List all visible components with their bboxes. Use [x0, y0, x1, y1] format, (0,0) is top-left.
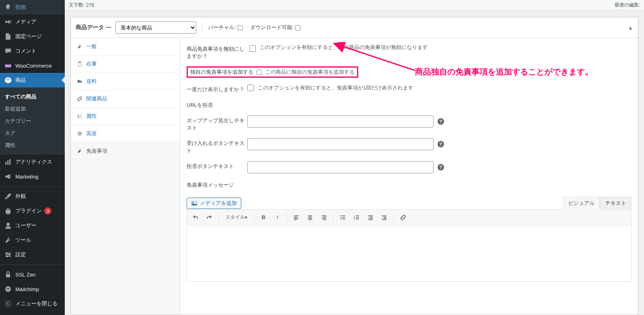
svg-rect-19 [79, 62, 81, 63]
panel-toggle[interactable]: ▲ [628, 25, 633, 31]
menu-analytics[interactable]: アナリティクス [0, 155, 65, 169]
italic-button[interactable]: I [271, 211, 283, 223]
menu-sslzen[interactable]: SSL Zen [0, 267, 65, 282]
menu-label: アナリティクス [15, 158, 52, 166]
menu-mailchimp[interactable]: Mailchimp [0, 282, 65, 296]
menu-users[interactable]: ユーザー [0, 218, 65, 233]
style-dropdown[interactable]: スタイル ▾ [222, 211, 251, 223]
numbered-list-button[interactable]: 123 [351, 211, 363, 223]
svg-rect-53 [356, 217, 359, 218]
menu-marketing[interactable]: Marketing [0, 169, 65, 184]
product-icon [4, 76, 12, 84]
menu-label: メニューを閉じる [15, 300, 57, 307]
wrench-icon [4, 236, 12, 244]
menu-appearance[interactable]: 外観 [0, 189, 65, 204]
add-own-disclaimer-checkbox[interactable] [257, 70, 262, 75]
list-icon [77, 113, 83, 119]
bullet-list-button[interactable] [337, 211, 349, 223]
panel-title: 商品データ — [76, 24, 111, 31]
popup-heading-input[interactable] [247, 115, 434, 128]
indent-button[interactable] [378, 211, 390, 223]
menu-settings[interactable]: 設定 [0, 247, 65, 262]
menu-pages[interactable]: 固定ページ [0, 29, 65, 44]
svg-rect-18 [78, 62, 81, 66]
submenu-all-products[interactable]: すべての商品 [0, 91, 65, 103]
bold-button[interactable]: B [257, 211, 270, 223]
svg-rect-43 [323, 219, 326, 220]
editor-tab-text[interactable]: テキスト [600, 197, 631, 210]
tab-disclaimer[interactable]: 免責事項 [71, 143, 180, 160]
help-icon[interactable]: ? [438, 164, 444, 170]
menu-comments[interactable]: コメント [0, 44, 65, 58]
tab-inventory[interactable]: 在庫 [71, 55, 180, 73]
submenu-tags[interactable]: タグ [0, 127, 65, 139]
outdent-button[interactable] [364, 211, 376, 223]
reject-button-input[interactable] [247, 161, 434, 173]
menu-media[interactable]: メディア [0, 15, 65, 29]
disable-disclaimer-checkbox[interactable] [249, 45, 256, 52]
downloadable-checkbox[interactable] [295, 25, 300, 30]
align-left-button[interactable] [290, 211, 302, 223]
submenu-add-new[interactable]: 新規追加 [0, 103, 65, 115]
product-data-panel: 商品データ — 基本的な商品 バーチャル: ダウンロード可能: ▲ [70, 17, 638, 315]
add-own-desc: この商品に独自の免責事項を追加する [265, 68, 355, 76]
accept-button-label: 受け入れるボタンテキスト [187, 138, 247, 154]
megaphone-icon [4, 172, 12, 181]
menu-woocommerce[interactable]: woo WooCommerce [0, 58, 65, 73]
tab-shipping[interactable]: 送料 [71, 73, 180, 90]
menu-tools[interactable]: ツール [0, 233, 65, 247]
align-center-button[interactable] [304, 211, 316, 223]
virtual-checkbox[interactable] [238, 25, 243, 30]
editor-textarea[interactable] [187, 225, 631, 282]
link-button[interactable] [397, 211, 409, 223]
tab-general[interactable]: 一般 [71, 38, 180, 55]
help-icon[interactable]: ? [438, 141, 444, 147]
lock-icon [4, 270, 12, 279]
disable-disclaimer-desc: このオプションを有効にすると、この商品の免責事項が無効になります [259, 44, 428, 51]
virtual-label-text: バーチャル: [208, 24, 236, 31]
menu-posts[interactable]: 投稿 [0, 0, 65, 15]
svg-rect-41 [323, 217, 326, 217]
svg-rect-40 [321, 215, 326, 216]
help-icon[interactable]: ? [438, 118, 444, 125]
add-own-label: 独自の免責事項を追加する [190, 68, 253, 76]
svg-rect-56 [368, 215, 372, 216]
undo-button[interactable] [189, 211, 202, 223]
menu-collapse[interactable]: メニューを閉じる [0, 296, 65, 311]
menu-label: コメント [15, 47, 36, 55]
analytics-icon [4, 158, 12, 166]
submenu-categories[interactable]: カテゴリー [0, 115, 65, 127]
tab-advanced[interactable]: 高度 [71, 125, 180, 143]
admin-sidebar: 投稿 メディア 固定ページ コメント woo WooCommerce 商品 すべ… [0, 0, 65, 315]
svg-text:woo: woo [5, 64, 11, 67]
submenu-attributes[interactable]: 属性 [0, 139, 65, 151]
editor-tab-visual[interactable]: ビジュアル [563, 197, 600, 210]
downloadable-label-text: ダウンロード可能: [250, 24, 294, 31]
svg-rect-24 [79, 115, 82, 115]
svg-rect-28 [79, 118, 82, 118]
svg-point-10 [6, 252, 8, 254]
menu-plugins[interactable]: プラグイン 3 [0, 204, 65, 218]
page-icon [4, 32, 12, 40]
svg-rect-55 [356, 219, 359, 219]
tab-linked[interactable]: 関連商品 [71, 90, 180, 108]
svg-point-22 [81, 82, 82, 83]
svg-point-12 [6, 255, 8, 257]
svg-rect-34 [294, 218, 298, 219]
virtual-checkbox-label: バーチャル: [208, 24, 243, 31]
pin-icon [4, 3, 12, 11]
tab-attributes[interactable]: 属性 [71, 108, 180, 125]
wysiwyg-editor: メディアを追加 ビジュアル テキスト スタイル ▾ [187, 197, 631, 283]
svg-point-15 [7, 288, 8, 289]
reject-button-label: 拒否ボタンテキスト [187, 161, 247, 170]
align-right-button[interactable] [318, 211, 330, 223]
menu-products[interactable]: 商品 [0, 73, 65, 87]
tab-label: 送料 [86, 78, 97, 85]
redo-button[interactable] [203, 211, 215, 223]
svg-rect-38 [308, 218, 312, 219]
product-type-select[interactable]: 基本的な商品 [115, 21, 196, 34]
menu-label: 商品 [15, 77, 26, 84]
add-media-button[interactable]: メディアを追加 [187, 198, 241, 209]
accept-button-input[interactable] [247, 138, 434, 150]
display-once-checkbox[interactable] [247, 85, 254, 91]
